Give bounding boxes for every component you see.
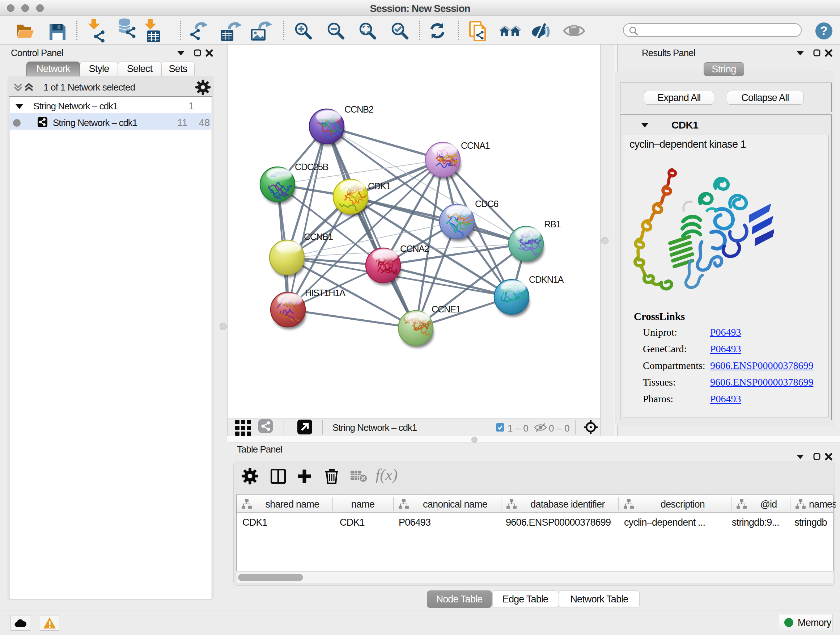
svg-text:HIST1H1A: HIST1H1A	[305, 288, 346, 298]
svg-text:CCNA1: CCNA1	[461, 141, 490, 150]
svg-text:CCNE1: CCNE1	[431, 304, 461, 314]
svg-text:CDC6: CDC6	[475, 199, 499, 209]
svg-text:RB1: RB1	[544, 219, 561, 229]
svg-text:?: ?	[820, 24, 828, 37]
svg-text:CDC25B: CDC25B	[295, 162, 328, 172]
svg-text:CDK1: CDK1	[368, 181, 391, 191]
svg-text:CCNB2: CCNB2	[344, 104, 373, 114]
svg-text:CCNB1: CCNB1	[304, 232, 333, 242]
svg-text:CCNA2: CCNA2	[400, 244, 429, 254]
svg-text:CDKN1A: CDKN1A	[529, 274, 564, 285]
